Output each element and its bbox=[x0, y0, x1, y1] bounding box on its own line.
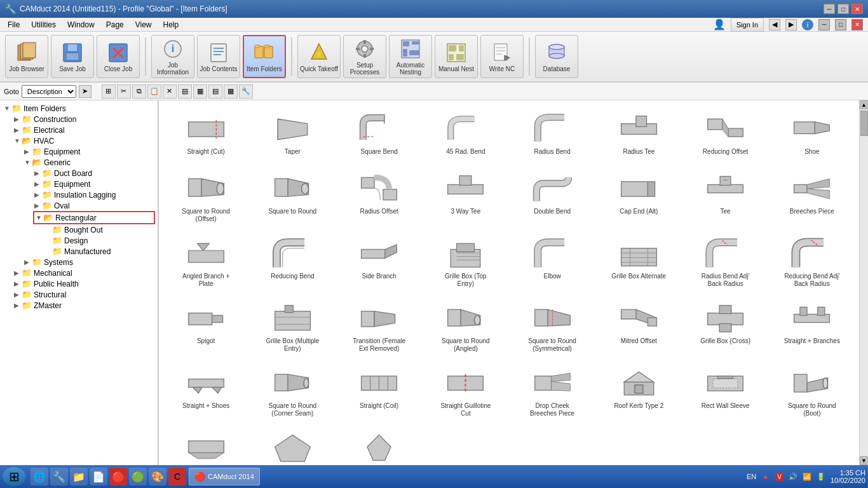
item-straight-cut[interactable]: Straight (Cut) bbox=[164, 105, 248, 163]
toolbar-maximize-button[interactable]: □ bbox=[835, 19, 846, 30]
tree-item-equipment-hvac[interactable]: ▶ 📁 Equipment bbox=[23, 146, 155, 157]
signin-button[interactable]: Sign In bbox=[731, 18, 764, 32]
item-extra1[interactable] bbox=[164, 424, 248, 465]
scroll-thumb[interactable] bbox=[860, 111, 868, 136]
back-button[interactable]: ◀ bbox=[769, 19, 780, 30]
forward-button[interactable]: ▶ bbox=[785, 19, 797, 30]
tree-item-insulation[interactable]: ▶ 📁 Insulation Lagging bbox=[33, 189, 155, 200]
tree-item-systems[interactable]: ▶ 📁 Systems bbox=[23, 257, 155, 268]
close-job-button[interactable]: Close Job bbox=[97, 35, 140, 78]
tree-item-structural[interactable]: ▶ 📁 Structural bbox=[13, 289, 155, 300]
item-shoe[interactable]: Shoe bbox=[770, 105, 854, 163]
item-square-bend[interactable]: Square Bend bbox=[337, 105, 421, 163]
view-list1-button[interactable]: ▤ bbox=[178, 85, 192, 98]
item-grille-box-cross[interactable]: Grille Box (Cross) bbox=[684, 295, 768, 357]
write-nc-button[interactable]: Write NC bbox=[480, 35, 524, 78]
item-spigot[interactable]: Spigot bbox=[164, 295, 248, 357]
tree-item-equipment-generic[interactable]: ▶ 📁 Equipment bbox=[33, 179, 155, 189]
tree-item-mechanical[interactable]: ▶ 📁 Mechanical bbox=[13, 268, 155, 278]
view-list4-button[interactable]: ▦ bbox=[224, 85, 238, 98]
item-sq-round-sym[interactable]: Square to Round (Symmetrical) bbox=[510, 295, 594, 357]
taskbar-files-icon[interactable]: 📁 bbox=[70, 468, 88, 485]
item-straight-shoes[interactable]: Straight + Shoes bbox=[164, 360, 248, 422]
setup-processes-button[interactable]: Setup Processes bbox=[343, 35, 386, 78]
scroll-up-button[interactable]: ▲ bbox=[860, 100, 869, 109]
taskbar-camduct-icon[interactable]: 🔴 bbox=[109, 468, 127, 485]
taskbar-green-icon[interactable]: 🟢 bbox=[129, 468, 147, 485]
tree-item-construction[interactable]: ▶ 📁 Construction bbox=[13, 114, 155, 125]
job-information-button[interactable]: i Job Information bbox=[151, 35, 194, 78]
tree-item-zmaster[interactable]: ▶ 📁 ZMaster bbox=[13, 300, 155, 311]
taskbar-camduct-button[interactable]: 🔴 CAMduct 2014 bbox=[189, 468, 260, 485]
scroll-down-button[interactable]: ▼ bbox=[860, 456, 869, 465]
job-contents-button[interactable]: Job Contents bbox=[197, 35, 240, 78]
toolbar-minimize-button[interactable]: ─ bbox=[818, 19, 830, 30]
automatic-nesting-button[interactable]: Automatic Nesting bbox=[389, 35, 432, 78]
save-job-button[interactable]: Save Job bbox=[51, 35, 94, 78]
item-straight-branches[interactable]: Straight + Branches bbox=[770, 295, 854, 357]
tree-item-folders[interactable]: ▼ 📁 Item Folders bbox=[3, 103, 155, 114]
item-angled-branch-plate[interactable]: Angled Branch + Plate bbox=[164, 230, 248, 292]
tree-item-public-health[interactable]: ▶ 📁 Public Health bbox=[13, 278, 155, 289]
menu-utilities[interactable]: Utilities bbox=[26, 19, 61, 30]
job-browser-button[interactable]: Job Browser bbox=[5, 35, 48, 78]
close-button[interactable]: ✕ bbox=[851, 4, 863, 14]
tree-item-bought-out[interactable]: 📁 Bought Out bbox=[43, 224, 155, 235]
menu-view[interactable]: View bbox=[130, 19, 157, 30]
menu-page[interactable]: Page bbox=[101, 19, 129, 30]
item-radius-tee[interactable]: Radius Tee bbox=[597, 105, 681, 163]
tree-item-duct-board[interactable]: ▶ 📁 Duct Board bbox=[33, 168, 155, 179]
item-side-branch[interactable]: Side Branch bbox=[337, 230, 421, 292]
view-list3-button[interactable]: ▤ bbox=[208, 85, 222, 98]
item-roof-kerb[interactable]: Roof Kerb Type 2 bbox=[597, 360, 681, 422]
tree-item-design[interactable]: 📁 Design bbox=[43, 235, 155, 246]
item-transition-female[interactable]: Transition (Female Ext Removed) bbox=[337, 295, 421, 357]
title-bar-controls[interactable]: ─ □ ✕ bbox=[824, 4, 863, 14]
item-extra3[interactable] bbox=[337, 424, 421, 465]
item-cap-end-alt[interactable]: Cap End (Alt) bbox=[597, 165, 681, 227]
item-grille-box-alt[interactable]: Grille Box Alternate bbox=[597, 230, 681, 292]
tree-item-rectangular[interactable]: ▼ 📂 Rectangular bbox=[33, 211, 155, 224]
item-reducing-bend-adj[interactable]: Reducing Bend Adj' Back Radius bbox=[770, 230, 854, 292]
goto-arrow-button[interactable]: ➤ bbox=[79, 85, 92, 98]
toolbar-close-button[interactable]: ✕ bbox=[851, 19, 863, 30]
taskbar-tools-icon[interactable]: 🔧 bbox=[50, 468, 68, 485]
item-reducing-offset[interactable]: Reducing Offset bbox=[684, 105, 768, 163]
item-taper[interactable]: Taper bbox=[250, 105, 334, 163]
taskbar-palette-icon[interactable]: 🎨 bbox=[149, 468, 166, 485]
item-sq-round-offset[interactable]: Square to Round (Offset) bbox=[164, 165, 248, 227]
item-radius-bend[interactable]: Radius Bend bbox=[510, 105, 594, 163]
tree-item-hvac[interactable]: ▼ 📂 HVAC bbox=[13, 135, 155, 146]
item-mitred-offset[interactable]: Mitred Offset bbox=[597, 295, 681, 357]
item-straight-guillotine[interactable]: Straight Guillotine Cut bbox=[424, 360, 508, 422]
taskbar-volume-icon[interactable]: 🔊 bbox=[789, 473, 797, 481]
item-grille-box-multi[interactable]: Grille Box (Multiple Entry) bbox=[250, 295, 334, 357]
minimize-button[interactable]: ─ bbox=[824, 4, 835, 14]
item-straight-coil[interactable]: Straight (Coil) bbox=[337, 360, 421, 422]
help-button[interactable]: i bbox=[802, 19, 813, 30]
view-props-button[interactable]: 🔧 bbox=[239, 85, 253, 98]
taskbar-ie-icon[interactable]: 🌐 bbox=[31, 468, 48, 485]
view-delete-button[interactable]: ✕ bbox=[163, 85, 177, 98]
item-grille-box-top[interactable]: Grille Box (Top Entry) bbox=[424, 230, 508, 292]
item-radius-offset[interactable]: Radius Offset bbox=[337, 165, 421, 227]
item-elbow[interactable]: Elbow bbox=[510, 230, 594, 292]
tree-item-oval[interactable]: ▶ 📁 Oval bbox=[33, 200, 155, 211]
tree-item-generic[interactable]: ▼ 📂 Generic bbox=[23, 157, 155, 168]
item-breeches[interactable]: Breeches Piece bbox=[770, 165, 854, 227]
item-folders-button[interactable]: Item Folders bbox=[243, 35, 286, 78]
view-list2-button[interactable]: ▦ bbox=[193, 85, 207, 98]
item-double-bend[interactable]: Double Bend bbox=[510, 165, 594, 227]
manual-nest-button[interactable]: Manual Nest bbox=[435, 35, 478, 78]
item-reducing-bend[interactable]: Reducing Bend bbox=[250, 230, 334, 292]
quick-takeoff-button[interactable]: ⚡ Quick Takeoff bbox=[297, 35, 341, 78]
item-45-rad-bend[interactable]: 45 Rad. Bend bbox=[424, 105, 508, 163]
menu-window[interactable]: Window bbox=[62, 19, 100, 30]
item-3way-tee[interactable]: 3 Way Tee bbox=[424, 165, 508, 227]
maximize-button[interactable]: □ bbox=[837, 4, 849, 14]
menu-file[interactable]: File bbox=[3, 19, 25, 30]
item-sq-round-corner[interactable]: Square to Round (Corner Seam) bbox=[250, 360, 334, 422]
start-button[interactable]: ⊞ bbox=[3, 467, 25, 486]
scrollbar[interactable]: ▲ ▼ bbox=[859, 100, 868, 465]
database-button[interactable]: Database bbox=[535, 35, 578, 78]
